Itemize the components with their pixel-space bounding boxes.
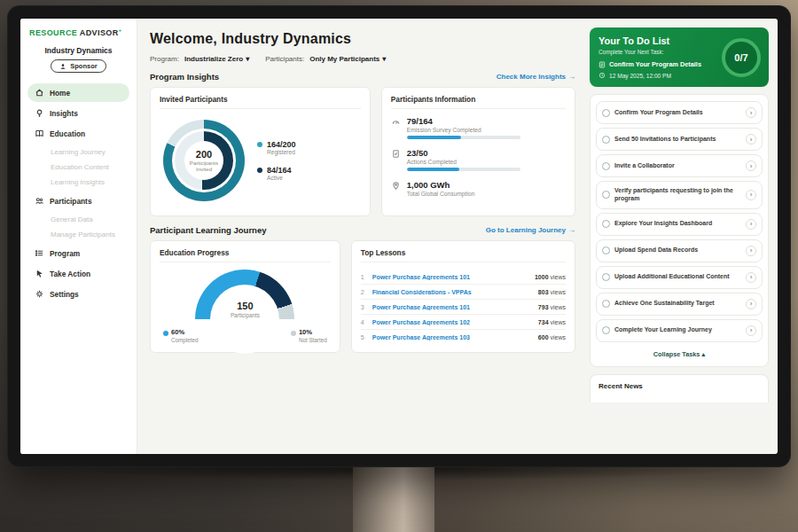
- task-chevron-button[interactable]: ›: [746, 190, 756, 200]
- task-chevron-button[interactable]: ›: [746, 107, 756, 118]
- logo-secondary: ADVISOR: [80, 28, 119, 37]
- task-chevron-button[interactable]: ›: [746, 219, 756, 230]
- sidebar-item-label: Home: [50, 89, 70, 98]
- chevron-right-icon: ›: [750, 162, 753, 170]
- task-label: Invite a Collaborator: [614, 162, 741, 170]
- participants-select[interactable]: Only My Participants ▾: [309, 55, 386, 63]
- todo-next-task-label: Confirm Your Program Details: [609, 60, 701, 68]
- task-checkbox[interactable]: [602, 109, 610, 117]
- monitor-bezel: RESOURCE ADVISOR+ Industry Dynamics Spon…: [7, 5, 791, 467]
- task-chevron-button[interactable]: ›: [746, 272, 756, 283]
- task-label: Confirm Your Program Details: [614, 109, 741, 117]
- chevron-right-icon: ›: [750, 191, 753, 199]
- task-chevron-button[interactable]: ›: [746, 160, 756, 171]
- sidebar-item-manage-participants[interactable]: Manage Participants: [27, 227, 129, 242]
- chevron-right-icon: ›: [750, 220, 753, 228]
- actions-icon: [391, 148, 401, 171]
- collapse-tasks-label: Collapse Tasks: [653, 350, 700, 358]
- chevron-right-icon: ›: [750, 246, 753, 254]
- sidebar-item-label: Program: [50, 249, 80, 258]
- chevron-down-icon: ▾: [246, 55, 249, 63]
- sidebar-item-label: Manage Participants: [51, 231, 115, 239]
- sidebar-item-education[interactable]: Education: [27, 124, 129, 143]
- task-row[interactable]: Achieve One Sustainability Target ›: [596, 293, 763, 316]
- task-checkbox[interactable]: [602, 191, 610, 199]
- task-checkbox[interactable]: [602, 273, 610, 281]
- task-label: Upload Spend Data Records: [614, 246, 741, 254]
- sidebar-item-education-content[interactable]: Education Content: [27, 160, 129, 175]
- task-row[interactable]: Complete Your Learning Journey ›: [596, 319, 763, 342]
- card-title: Invited Participants: [160, 95, 361, 109]
- sidebar-item-take-action[interactable]: Take Action: [27, 264, 129, 283]
- sidebar-item-learning-journey[interactable]: Learning Journey: [27, 145, 129, 160]
- todo-hero-card: Your To Do List Complete Your Next Task:…: [590, 27, 769, 87]
- task-checkbox[interactable]: [602, 300, 610, 308]
- clock-icon: [598, 72, 606, 79]
- link-label: Go to Learning Journey: [486, 226, 566, 234]
- sponsor-label: Sponsor: [70, 62, 97, 70]
- task-checkbox[interactable]: [602, 162, 610, 170]
- sidebar-item-program[interactable]: Program: [27, 244, 129, 262]
- actions-completed-label: Actions Completed: [407, 159, 520, 165]
- sidebar-item-settings[interactable]: Settings: [27, 285, 129, 303]
- task-row[interactable]: Send 50 Invitations to Participants ›: [596, 128, 763, 151]
- lesson-link[interactable]: Power Purchase Agreements 101: [372, 304, 533, 310]
- insights-icon: [35, 108, 44, 118]
- sidebar-item-learning-insights[interactable]: Learning Insights: [27, 175, 129, 190]
- lesson-link[interactable]: Power Purchase Agreements 102: [372, 319, 533, 325]
- sidebar-item-general-data[interactable]: General Data: [27, 212, 129, 227]
- lesson-rank: 4: [361, 319, 367, 325]
- task-checkbox[interactable]: [602, 246, 610, 254]
- lesson-link[interactable]: Power Purchase Agreements 103: [372, 334, 533, 340]
- invited-total-value: 200: [196, 149, 212, 160]
- emission-survey-label: Emission Survey Completed: [407, 127, 520, 133]
- task-checkbox[interactable]: [602, 136, 610, 144]
- lesson-link[interactable]: Financial Considerations - VPPAs: [372, 289, 533, 295]
- task-row[interactable]: Verify participants requesting to join t…: [596, 181, 763, 209]
- task-chevron-button[interactable]: ›: [746, 246, 756, 256]
- task-label: Complete Your Learning Journey: [614, 326, 741, 334]
- chevron-right-icon: ›: [750, 326, 753, 334]
- task-checkbox[interactable]: [602, 326, 610, 334]
- education-progress-card: Education Progress 150 Participants 60: [150, 240, 340, 353]
- active-legend-item: 84/164Active: [257, 166, 296, 181]
- actions-completed-progress: [407, 168, 520, 171]
- org-name: Industry Dynamics: [27, 46, 129, 55]
- task-row[interactable]: Confirm Your Program Details ›: [596, 101, 763, 124]
- education-progress-gauge: 150 Participants: [195, 270, 294, 319]
- lesson-link[interactable]: Power Purchase Agreements 101: [372, 274, 529, 280]
- sidebar-item-insights[interactable]: Insights: [27, 104, 129, 122]
- emission-survey-value: 79/164: [407, 116, 433, 126]
- todo-panel: Your To Do List Complete Your Next Task:…: [588, 19, 778, 454]
- invited-participants-card: Invited Participants 200 Participants In…: [150, 87, 371, 216]
- go-to-learning-journey-link[interactable]: Go to Learning Journey →: [486, 226, 575, 234]
- task-row[interactable]: Upload Spend Data Records ›: [596, 239, 763, 262]
- collapse-tasks-link[interactable]: Collapse Tasks ▴: [594, 346, 764, 364]
- participants-select-value: Only My Participants: [309, 55, 379, 63]
- task-checkbox[interactable]: [602, 220, 610, 228]
- actions-completed-row: 23/50 Actions Completed: [391, 148, 566, 171]
- task-chevron-button[interactable]: ›: [746, 325, 756, 336]
- sidebar-item-home[interactable]: Home: [27, 83, 129, 102]
- chevron-right-icon: ›: [750, 109, 753, 117]
- task-row[interactable]: Invite a Collaborator ›: [596, 154, 763, 177]
- todo-title: Your To Do List: [598, 35, 717, 46]
- todo-due-label: 12 May 2025, 12:00 PM: [609, 73, 671, 79]
- gauge-center-value: 150: [195, 301, 294, 311]
- task-chevron-button[interactable]: ›: [746, 134, 756, 145]
- task-row[interactable]: Explore Your Insights Dashboard ›: [596, 213, 763, 236]
- person-icon: [59, 63, 66, 70]
- task-label: Achieve One Sustainability Target: [614, 300, 741, 308]
- sidebar-item-participants[interactable]: Participants: [27, 192, 129, 210]
- chevron-right-icon: ›: [750, 273, 753, 281]
- participants-filter-label: Participants:: [265, 55, 304, 63]
- link-label: Check More Insights: [497, 73, 566, 81]
- program-select[interactable]: Industrialize Zero ▾: [184, 55, 249, 63]
- dashboard-screen: RESOURCE ADVISOR+ Industry Dynamics Spon…: [20, 19, 778, 454]
- card-title: Top Lessons: [361, 248, 566, 262]
- check-more-insights-link[interactable]: Check More Insights →: [497, 73, 575, 81]
- task-chevron-button[interactable]: ›: [746, 299, 756, 309]
- task-row[interactable]: Upload Additional Educational Content ›: [596, 266, 763, 289]
- emission-survey-icon: [391, 116, 401, 139]
- invited-participants-donut: 200 Participants Invited: [163, 120, 245, 201]
